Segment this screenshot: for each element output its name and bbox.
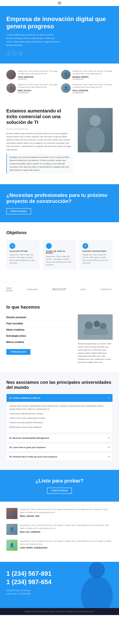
testimonial-name-3: Lora Perry, diseñadora [20, 547, 113, 549]
testimonials-section: 👤 Sample text. Click to select the text … [0, 502, 119, 562]
testimonial-content-3: Suspendisse. Click to select the text bo… [20, 540, 113, 549]
objetivo-icon-3: ⚡ [82, 243, 88, 249]
accordion-item-3: 03. Learn how to grow your business + [6, 443, 113, 452]
team-role-1: GERENTE [18, 78, 58, 80]
svg-point-4 [94, 321, 100, 327]
objetivo-icon-2: 🌐 [46, 243, 52, 249]
person-image [78, 108, 113, 152]
objetivos-title: Objetivos [6, 230, 113, 235]
cta-contact-button[interactable]: CONTÁCTENOS [6, 208, 31, 214]
objetivo-label-2: USADO EN TODO EL MUNDO [46, 250, 73, 254]
team-sample-4: Sample text. Click to select the text bo… [72, 83, 113, 88]
listo-contact-button[interactable]: CONTÁCTENOS [47, 488, 72, 494]
testimonial-content-2: Suspendisse. Click to select the text bo… [20, 524, 113, 533]
hamburger-line-3 [58, 4, 61, 4]
lqh-content: Diseño premium Foto increíble Ideas crea… [6, 314, 113, 364]
hero-title: Empresa de innovación digital que genera… [6, 16, 113, 30]
footer-bar: Sample text. Click to select the text bo… [0, 608, 119, 615]
objetivo-desc-1: Sample text. Click to select the text bo… [10, 254, 37, 264]
team-name-3: NINA SCAVO, [18, 90, 58, 92]
aumentando-quote: Excepteur sint occaecat cupidatat non pr… [6, 154, 73, 174]
cta-section: ¿Necesitas profesionales para tu próximo… [0, 184, 119, 222]
aumentando-paragraph: Et vitae eleifend augue laoreet dui aene… [6, 132, 73, 151]
accordion-body-1: Interdum velit suscipit in pellentesque … [7, 402, 112, 432]
accordion-label-2: 02. Business Sustainability Management [9, 437, 49, 439]
accordion-toggle-icon-3: + [108, 446, 110, 449]
logo-4: LIXO [80, 288, 86, 291]
lqh-item-5: Marca creativa [6, 339, 73, 345]
accordion-label-3: 03. Learn how to grow your business [9, 446, 46, 448]
testimonial-content-1: Sample text. Click to select the text bo… [20, 508, 113, 517]
accordion-label-4: 04. Practical tips to help you price you… [9, 456, 57, 458]
svg-point-1 [86, 127, 105, 152]
contact-address-line1: 101 Bank Street, 20 Avenue, [6, 589, 31, 592]
lqh-title: lo que hacemos [6, 304, 113, 310]
testimonial-avatar-2: 👤 [6, 524, 18, 535]
logo-5: COMMERCIAL [100, 288, 113, 290]
aumentando-title: Estamos aumentando el éxito comercial co… [6, 108, 73, 125]
team-member-1: 👤 Sample text. Click to select the text … [6, 70, 58, 80]
hamburger-button[interactable] [58, 2, 61, 4]
accordion-header-2[interactable]: 02. Business Sustainability Management + [7, 434, 112, 442]
accordion-toggle-icon-4: + [108, 455, 110, 458]
navbar [0, 0, 119, 6]
office-image [78, 314, 113, 340]
team-role-2: DISEÑADOR [72, 78, 113, 80]
lqh-item-3: Ideas creativas [6, 327, 73, 333]
accordion-header-4[interactable]: 04. Practical tips to help you price you… [7, 453, 112, 460]
objetivo-card-2: 🌐 USADO EN TODO EL MUNDO Sample text. Cl… [43, 240, 76, 270]
accordion-body-p2: Lorem ipsum velit blandit lorem volutpat… [9, 412, 110, 415]
objetivo-card-3: ⚡ SOPORTE INSTANTÁNEO Sample text. Click… [79, 240, 113, 270]
avatar-3-img: 👤 [6, 83, 16, 93]
testimonial-avatar-2-img: 👤 [6, 524, 18, 535]
accordion-header-3[interactable]: 03. Learn how to grow your business + [7, 444, 112, 451]
testimonial-1: 👤 Sample text. Click to select the text … [6, 508, 113, 519]
office-image-inner [78, 314, 113, 340]
contact-section: 1 (234) 567-891 1 (234) 987-654 101 Bank… [0, 562, 119, 608]
avatar-4-img: 👤 [61, 83, 71, 93]
lqh-item-4: Estrategia única [6, 333, 73, 339]
objetivo-desc-3: Sample text. Click to select the text bo… [82, 254, 109, 264]
testimonial-avatar-3-img: 👤 [6, 540, 18, 551]
accordion-item-1: 01. Create a database in Bitcoin + Inter… [6, 394, 113, 433]
testimonial-avatar-1-img: 👤 [6, 508, 18, 519]
universidades-title: Nos asociamos con las principales univer… [6, 380, 113, 390]
svg-point-7 [89, 562, 105, 578]
svg-rect-6 [84, 329, 108, 335]
accordion-label-1: 01. Create a database in Bitcoin [9, 397, 41, 399]
team-name-4: PAUL HUDSON, [72, 90, 113, 92]
avatar-2-img: 👤 [61, 70, 71, 79]
testimonial-text-1: Sample text. Click to select the text bo… [20, 508, 113, 514]
avatar-2: 👤 [61, 70, 71, 79]
footer-text: Sample text. Click to select the text bo… [6, 610, 113, 612]
accordion-item-4: 04. Practical tips to help you price you… [6, 453, 113, 461]
team-sample-2: Sample text. Click to select the text bo… [72, 70, 113, 75]
lqh-learn-more-button[interactable]: APRENDE MÁS [6, 349, 31, 355]
lqh-left: Diseño premium Foto increíble Ideas crea… [6, 314, 73, 355]
accordion-body-p4: Pretium ut faucibus pulvinar elementum. [9, 421, 110, 424]
objetivo-card-1: ☑ ELECCIÓN ÓPTIMA Sample text. Click to … [6, 240, 40, 270]
svg-point-8 [81, 576, 113, 608]
lqh-right: Dignissim suspendisse in est ante in nib… [78, 314, 113, 364]
social-facebook-icon[interactable]: f [6, 51, 11, 56]
avatar-1-img: 👤 [6, 70, 16, 79]
hero-description: A vitae eleifend ligua laoreet dui. An e… [6, 33, 60, 47]
team-info-2: Sample text. Click to select the text bo… [72, 70, 113, 80]
objetivo-desc-2: Sample text. Click to select the text bo… [46, 255, 73, 266]
logo-1: NEWWAVE [6, 287, 13, 292]
testimonial-avatar-1: 👤 [6, 508, 18, 519]
team-section: 👤 Sample text. Click to select the text … [0, 64, 119, 100]
person-image-box [78, 108, 113, 152]
testimonial-name-2: Nina Leo, gerente [20, 531, 113, 533]
testimonial-avatar-3: 👤 [6, 540, 18, 551]
hero-section: Empresa de innovación digital que genera… [0, 6, 119, 64]
social-twitter-icon[interactable]: t [12, 51, 17, 56]
cta-title: ¿Necesitas profesionales para tu próximo… [6, 192, 113, 204]
social-instagram-icon[interactable]: in [18, 51, 23, 56]
accordion-header-1[interactable]: 01. Create a database in Bitcoin + [7, 394, 112, 402]
aumentando-right [78, 108, 113, 152]
avatar-1: 👤 [6, 70, 16, 79]
testimonial-text-2: Suspendisse. Click to select the text bo… [20, 524, 113, 530]
logo-2: ORGANIC [27, 288, 38, 291]
accordion-item-2: 02. Business Sustainability Management + [6, 434, 113, 442]
